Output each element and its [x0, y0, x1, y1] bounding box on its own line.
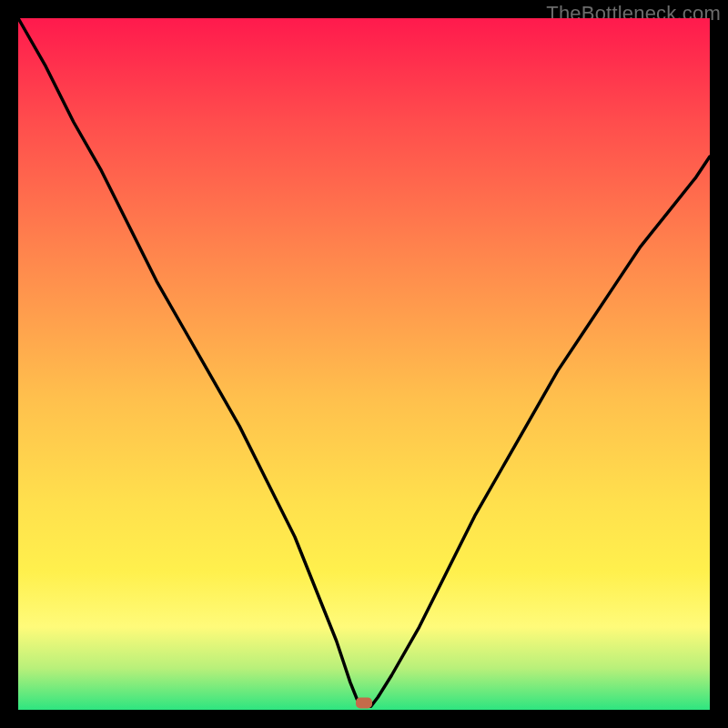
- plot-area: [18, 18, 710, 710]
- curve-svg: [18, 18, 710, 710]
- optimum-marker: [356, 697, 372, 708]
- chart-frame: TheBottleneck.com: [0, 0, 728, 728]
- bottleneck-curve: [18, 18, 710, 706]
